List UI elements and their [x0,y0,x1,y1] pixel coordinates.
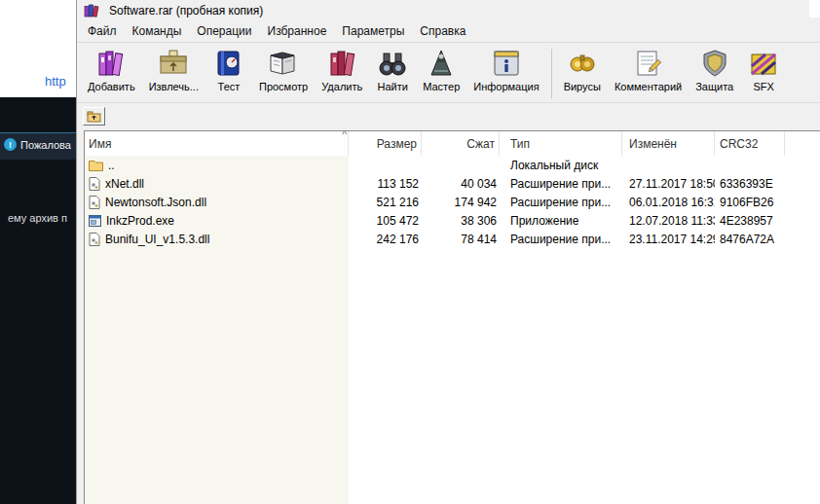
toolbar: Добавить Извлечь... [77,43,820,103]
menu-options[interactable]: Параметры [334,21,412,41]
window-control-fragment[interactable] [809,0,820,18]
file-row[interactable]: xNet.dll 113 152 40 034 Расширение при..… [85,174,820,193]
menu-commands[interactable]: Команды [125,21,190,41]
toolbar-sfx-button[interactable]: SFX [740,45,787,92]
column-header-size[interactable]: Размер [349,131,422,156]
column-header-name[interactable]: Имя ^ [85,131,349,156]
shield-icon [698,47,731,80]
file-row[interactable]: Newtonsoft.Json.dll 521 216 174 942 Расш… [85,193,820,211]
dll-file-icon [89,177,100,191]
menu-file[interactable]: Файл [80,21,125,41]
toolbar-info-button[interactable]: Информация [466,45,545,92]
screen: http ! Пожалова ему архив п Software.rar… [0,0,820,504]
menu-operations[interactable]: Операции [189,21,259,41]
notification-text: Пожалова [20,139,71,151]
toolbar-delete-button[interactable]: Удалить [315,45,369,92]
toolbar-add-button[interactable]: Добавить [81,45,142,92]
menu-help[interactable]: Справка [412,21,473,41]
toolbar-comment-button[interactable]: Комментарий [608,45,689,92]
info-icon [490,47,523,80]
toolbar-separator [551,49,552,99]
toolbar-test-button[interactable]: Тест [205,45,252,92]
dll-file-icon [89,233,100,246]
virus-scan-icon [566,47,599,80]
menubar: Файл Команды Операции Избранное Параметр… [77,20,820,43]
folder-icon [89,160,103,171]
background-dark-area: ! Пожалова ему архив п [0,97,76,504]
toolbar-wizard-button[interactable]: Мастер [416,45,466,92]
winrar-app-icon [84,4,99,18]
file-list-panel: Имя ^ Размер Сжат Тип Изменён CRC32 [84,130,820,504]
background-window: http ! Пожалова ему архив п [0,0,76,504]
extract-icon [157,47,190,80]
background-link: http [45,74,66,89]
column-header-crc32[interactable]: CRC32 [715,131,785,156]
file-row-parent[interactable]: .. Локальный диск [85,156,820,174]
menu-favorites[interactable]: Избранное [260,21,335,41]
binoculars-icon [376,47,409,80]
background-notification: ! Пожалова [4,138,71,151]
info-icon: ! [4,138,17,151]
add-books-icon [94,47,128,80]
file-row[interactable]: Bunifu_UI_v1.5.3.dll 242 176 78 414 Расш… [85,230,820,248]
toolbar-virus-scan-button[interactable]: Вирусы [557,45,608,92]
column-header-modified[interactable]: Изменён [622,131,715,156]
window-title: Software.rar (пробная копия) [109,4,263,18]
view-icon [267,47,300,80]
column-header-type[interactable]: Тип [500,131,622,156]
column-header-packed[interactable]: Сжат [422,131,500,156]
toolbar-extract-button[interactable]: Извлечь... [142,45,205,92]
column-headers: Имя ^ Размер Сжат Тип Изменён CRC32 [85,131,820,156]
winrar-window: Software.rar (пробная копия) Файл Команд… [76,0,820,504]
wizard-icon [425,47,458,80]
comment-icon [632,47,665,80]
file-rows: .. Локальный диск [85,156,820,248]
up-directory-button[interactable] [83,107,105,126]
titlebar[interactable]: Software.rar (пробная копия) [77,0,820,20]
exe-file-icon [89,215,101,227]
pathbar [77,103,820,129]
toolbar-view-button[interactable]: Просмотр [252,45,315,92]
column-header-filler [785,131,820,156]
toolbar-protect-button[interactable]: Защита [689,45,740,92]
file-row[interactable]: InkzProd.exe 105 472 38 306 Приложение 1… [85,211,820,230]
test-icon [212,47,245,80]
sort-ascending-indicator: ^ [342,131,347,140]
sfx-icon [747,47,780,80]
dll-file-icon [89,196,100,209]
folder-up-icon [87,110,101,123]
delete-icon [325,47,358,80]
background-message: ему архив п [8,212,67,224]
toolbar-find-button[interactable]: Найти [369,45,416,92]
